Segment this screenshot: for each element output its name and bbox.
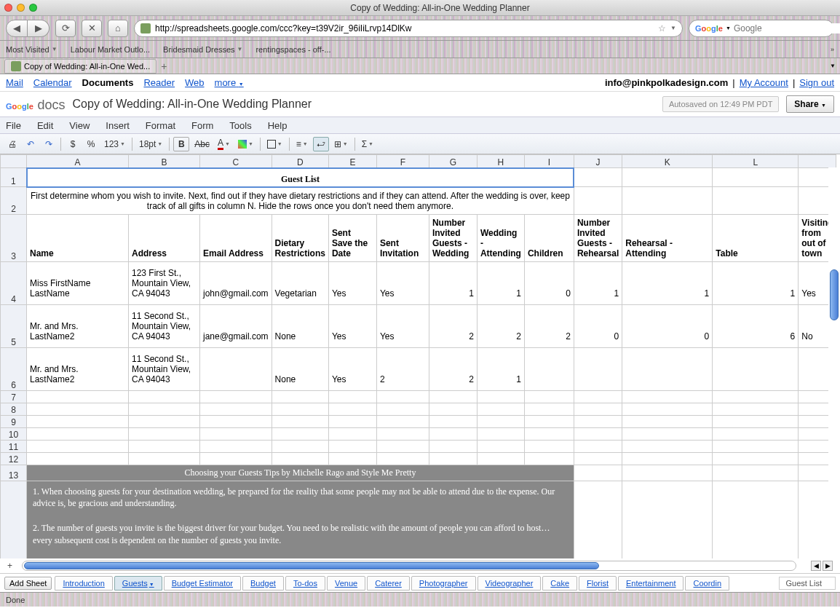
column-header[interactable]: I (524, 155, 574, 168)
empty-cell[interactable] (524, 403, 574, 415)
empty-cell[interactable] (376, 440, 429, 452)
scroll-thumb[interactable] (830, 269, 839, 320)
empty-cell[interactable] (376, 415, 429, 427)
column-label[interactable]: Rehearsal - Attending (622, 214, 713, 261)
empty-cell[interactable] (27, 452, 129, 465)
column-label[interactable]: Name (27, 214, 129, 261)
empty-cell[interactable] (129, 440, 200, 452)
empty-cell[interactable] (272, 440, 328, 452)
zoom-window-button[interactable] (29, 4, 37, 12)
minimize-window-button[interactable] (17, 4, 25, 12)
data-cell[interactable]: 123 First St., Mountain View, CA 94043 (129, 261, 200, 304)
empty-cell[interactable] (477, 403, 524, 415)
column-label[interactable]: Address (129, 214, 200, 261)
sheet-tab[interactable]: Coordin (685, 576, 729, 591)
empty-cell[interactable] (200, 440, 272, 452)
empty-cell[interactable] (622, 440, 713, 452)
empty-cell[interactable] (200, 403, 272, 415)
empty-cell[interactable] (429, 427, 477, 440)
empty-cell[interactable] (524, 440, 574, 452)
bookmark-star-icon[interactable]: ☆ (658, 23, 666, 33)
sheet-tab[interactable]: Budget (242, 576, 284, 591)
data-cell[interactable]: 1 (574, 261, 622, 304)
empty-cell[interactable] (27, 403, 129, 415)
menu-tools[interactable]: Tools (229, 120, 251, 131)
column-label[interactable]: Table (713, 214, 799, 261)
scroll-left-button[interactable]: ◀ (811, 561, 821, 571)
undo-button[interactable]: ↶ (23, 137, 39, 151)
text-color-button[interactable]: A▼ (215, 137, 233, 151)
column-header[interactable]: B (129, 155, 200, 168)
empty-cell[interactable] (574, 427, 622, 440)
data-cell[interactable]: Miss FirstName LastName (27, 261, 129, 304)
column-header[interactable]: E (328, 155, 376, 168)
strikethrough-button[interactable]: Abc (191, 137, 213, 151)
sheet-tab[interactable]: Entertainment (618, 576, 684, 591)
menu-edit[interactable]: Edit (37, 120, 53, 131)
empty-cell[interactable] (524, 452, 574, 465)
bookmark-item[interactable]: Bridesmaid Dresses▼ (163, 45, 242, 54)
number-format-button[interactable]: 123▼ (101, 137, 128, 151)
empty-cell[interactable] (200, 452, 272, 465)
data-cell[interactable]: None (272, 347, 328, 390)
scroll-right-button[interactable]: ▶ (823, 561, 833, 571)
column-header[interactable]: F (376, 155, 429, 168)
data-cell[interactable]: 1 (622, 261, 713, 304)
gbar-documents[interactable]: Documents (82, 77, 134, 88)
data-cell[interactable]: None (272, 304, 328, 347)
percent-button[interactable]: % (83, 137, 99, 151)
add-row-button[interactable]: + (7, 561, 22, 571)
empty-cell[interactable] (524, 427, 574, 440)
menu-format[interactable]: Format (146, 120, 175, 131)
empty-cell[interactable] (574, 440, 622, 452)
column-header[interactable]: D (272, 155, 328, 168)
data-cell[interactable] (622, 347, 713, 390)
data-cell[interactable]: jane@gmail.com (200, 304, 272, 347)
empty-cell[interactable] (622, 403, 713, 415)
sheet-tab[interactable]: Cake (542, 576, 577, 591)
empty-cell[interactable] (574, 415, 622, 427)
empty-cell[interactable] (376, 427, 429, 440)
data-cell[interactable]: 2 (376, 347, 429, 390)
empty-cell[interactable] (129, 415, 200, 427)
print-button[interactable]: 🖨 (4, 137, 20, 151)
search-input[interactable] (734, 23, 840, 33)
sheet-tab[interactable]: Guests▼ (114, 576, 162, 591)
data-cell[interactable]: 1 (429, 261, 477, 304)
url-input[interactable] (155, 23, 654, 33)
empty-cell[interactable] (272, 452, 328, 465)
empty-cell[interactable] (574, 403, 622, 415)
empty-cell[interactable] (713, 427, 799, 440)
data-cell[interactable] (574, 347, 622, 390)
gbar-more[interactable]: more ▼ (215, 77, 244, 88)
data-cell[interactable]: Mr. and Mrs. LastName2 (27, 347, 129, 390)
empty-cell[interactable] (622, 452, 713, 465)
fill-color-button[interactable]: ▼ (235, 137, 256, 151)
data-cell[interactable]: john@gmail.com (200, 261, 272, 304)
column-label[interactable]: Dietary Restrictions (272, 214, 328, 261)
gbar-web[interactable]: Web (185, 77, 205, 88)
empty-cell[interactable] (713, 415, 799, 427)
empty-cell[interactable] (713, 403, 799, 415)
bookmark-item[interactable]: Most Visited▼ (6, 45, 58, 54)
data-cell[interactable]: 1 (477, 347, 524, 390)
empty-cell[interactable] (376, 390, 429, 403)
menu-form[interactable]: Form (191, 120, 213, 131)
empty-cell[interactable] (129, 427, 200, 440)
formula-button[interactable]: Σ▼ (359, 137, 376, 151)
empty-cell[interactable] (429, 403, 477, 415)
browser-tab[interactable]: Copy of Wedding: All-in-One Wed... (4, 59, 156, 74)
empty-cell[interactable] (477, 390, 524, 403)
data-cell[interactable]: 1 (477, 261, 524, 304)
empty-cell[interactable] (272, 415, 328, 427)
font-size-select[interactable]: 18pt▼ (136, 137, 165, 151)
empty-cell[interactable] (27, 427, 129, 440)
column-label[interactable]: Email Address (200, 214, 272, 261)
column-label[interactable]: Wedding - Attending (477, 214, 524, 261)
empty-cell[interactable] (622, 427, 713, 440)
sheet-tab[interactable]: Videographer (478, 576, 542, 591)
data-cell[interactable]: 0 (622, 304, 713, 347)
data-cell[interactable]: 2 (429, 347, 477, 390)
forward-button[interactable]: ▶ (28, 20, 49, 37)
sheet-tab[interactable]: To-dos (285, 576, 325, 591)
